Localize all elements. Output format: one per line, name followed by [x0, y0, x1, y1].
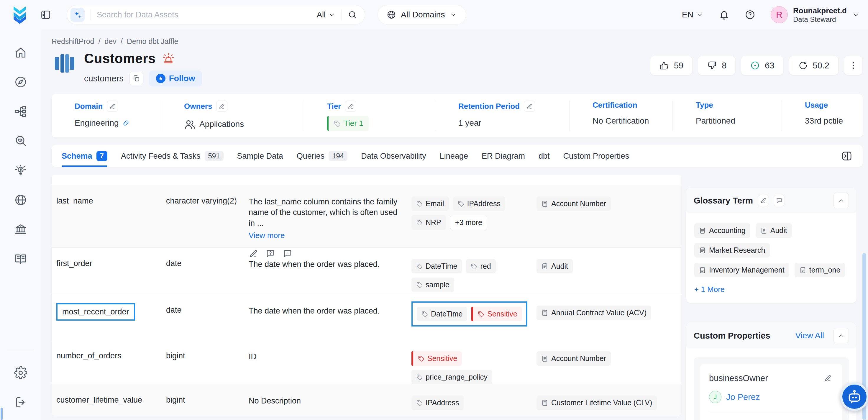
kebab-menu-icon [848, 60, 858, 70]
view-more-link[interactable]: View more [249, 231, 401, 240]
entity-name: customers [84, 74, 124, 84]
search-icon[interactable] [348, 10, 357, 20]
glossary-request-button[interactable] [774, 195, 785, 206]
view-all-link[interactable]: View All [795, 331, 824, 340]
more-actions-button[interactable] [844, 56, 863, 75]
tag-chip[interactable]: Email [411, 197, 449, 211]
glossary-term-chip[interactable]: Customer Lifetime Value (CLV) [536, 395, 657, 410]
breadcrumb-service[interactable]: RedshiftProd [52, 37, 94, 46]
tab-lineage[interactable]: Lineage [440, 145, 468, 167]
app-logo-icon[interactable] [11, 5, 29, 25]
collapse-panel-icon[interactable] [841, 150, 852, 162]
help-icon[interactable] [745, 9, 755, 20]
notifications-bell-icon[interactable] [719, 9, 730, 20]
tag-chip[interactable]: red [466, 259, 495, 273]
edit-retention-button[interactable] [524, 100, 535, 112]
sidebar-item-home[interactable] [14, 38, 27, 67]
breadcrumb-schema[interactable]: Demo dbt Jaffle [127, 37, 179, 46]
breadcrumb-database[interactable]: dev [104, 37, 116, 46]
edit-owners-button[interactable] [216, 100, 227, 112]
tag-chip[interactable]: IPAddress [411, 395, 464, 410]
glossary-card-title: Glossary Term [694, 196, 753, 206]
chatbot-button[interactable] [840, 383, 868, 411]
downvote-button[interactable]: 8 [698, 56, 736, 75]
tab-custom-properties[interactable]: Custom Properties [563, 145, 629, 167]
tier-badge[interactable]: Tier 1 [327, 116, 369, 131]
tab-data-observability[interactable]: Data Observability [361, 145, 426, 167]
ai-sparkle-icon[interactable] [70, 8, 85, 22]
glossary-term-chip[interactable]: Accounting [694, 223, 750, 238]
user-menu[interactable]: R Rounakpreet.d Data Steward [771, 6, 860, 24]
alert-siren-icon[interactable] [162, 52, 175, 65]
health-score-button[interactable]: 63 [741, 56, 783, 75]
owner-link[interactable]: Jo Perez [726, 392, 760, 402]
link-icon[interactable] [122, 119, 130, 127]
search-scope-dropdown[interactable]: All [317, 10, 336, 20]
glossary-term-chip[interactable]: Inventory Management [694, 263, 789, 277]
edit-domain-button[interactable] [107, 100, 118, 112]
tag-chip[interactable]: price_range_policy [411, 370, 492, 384]
collapse-glossary-button[interactable] [834, 193, 849, 208]
tab-sample-data[interactable]: Sample Data [237, 145, 283, 167]
table-row[interactable]: first_order date The date when the order… [52, 248, 681, 294]
sidebar-toggle-icon[interactable] [40, 9, 51, 20]
edit-tier-button[interactable] [345, 100, 356, 112]
copy-name-button[interactable] [129, 72, 143, 85]
sidebar-scrollbar[interactable] [1, 408, 3, 420]
tag-chip[interactable]: NRP [411, 215, 446, 230]
table-row[interactable]: last_name character varying(2) The last_… [52, 185, 681, 248]
tab-er-diagram[interactable]: ER Diagram [482, 145, 525, 167]
sidebar-item-glossary[interactable] [14, 244, 27, 274]
table-row[interactable]: customer_lifetime_value bigint No Descri… [52, 384, 681, 416]
tag-chip[interactable]: IPAddress [453, 197, 505, 211]
tab-dbt[interactable]: dbt [538, 145, 550, 167]
glossary-term-chip[interactable]: Account Number [536, 351, 611, 366]
tag-chip[interactable]: sample [411, 277, 454, 292]
table-row-selected[interactable]: most_recent_order date The date when the… [52, 294, 681, 340]
edit-glossary-button[interactable] [758, 195, 769, 206]
tag-chip[interactable]: DateTime [417, 307, 467, 321]
table-row[interactable]: number_of_orders bigint ID Sensitive pri… [52, 340, 681, 384]
sidebar-item-explore[interactable] [14, 67, 27, 97]
usage-score-button[interactable]: 50.2 [789, 56, 838, 75]
glossary-term-chip[interactable]: Audit [756, 223, 792, 238]
search-input[interactable] [97, 10, 317, 20]
sensitive-tag-chip[interactable]: Sensitive [471, 307, 522, 321]
glossary-more-link[interactable]: + 1 More [694, 285, 848, 294]
sidebar-item-settings[interactable] [14, 358, 27, 388]
glossary-term-chip[interactable]: term_one [795, 263, 845, 277]
sidebar-item-domains[interactable] [14, 185, 27, 215]
tab-schema[interactable]: Schema7 [62, 145, 107, 167]
user-avatar[interactable]: R [771, 6, 788, 23]
domain-value[interactable]: Engineering [74, 118, 119, 128]
follow-button[interactable]: ★ Follow [149, 70, 202, 86]
all-domains-button[interactable]: All Domains [377, 5, 466, 25]
more-tags-chip[interactable]: +3 more [450, 215, 487, 230]
sidebar-item-govern[interactable] [14, 215, 27, 244]
sidebar-item-insights[interactable] [14, 156, 27, 185]
owners-value[interactable]: Applications [199, 119, 244, 129]
glossary-term-chip[interactable]: Annual Contract Value (ACV) [536, 305, 651, 320]
column-name[interactable]: first_order [52, 248, 161, 298]
sidebar-item-lineage[interactable] [14, 97, 27, 126]
lightbulb-icon [14, 164, 27, 177]
column-name[interactable]: customer_lifetime_value [52, 384, 161, 416]
glossary-term-chip[interactable]: Account Number [536, 197, 611, 211]
sidebar-item-logout[interactable] [14, 388, 27, 417]
sensitive-tag-chip[interactable]: Sensitive [411, 351, 462, 366]
globe-icon [14, 193, 27, 206]
sidebar-item-observability[interactable] [14, 126, 27, 156]
tab-activity-feeds[interactable]: Activity Feeds & Tasks591 [121, 145, 223, 167]
glossary-term-chip[interactable]: Market Research [694, 243, 770, 258]
collapse-custom-properties-button[interactable] [834, 328, 849, 343]
column-name[interactable]: number_of_orders [52, 340, 161, 390]
global-search-bar[interactable]: All [67, 5, 365, 25]
tag-chip[interactable]: DateTime [411, 259, 462, 273]
glossary-term-chip[interactable]: Audit [536, 259, 573, 273]
language-selector[interactable]: EN [682, 10, 704, 20]
upvote-button[interactable]: 59 [650, 56, 692, 75]
edit-certified-button[interactable] [822, 419, 834, 420]
tab-queries[interactable]: Queries194 [297, 145, 348, 167]
edit-business-owner-button[interactable] [822, 372, 834, 384]
column-name-highlighted[interactable]: most_recent_order [56, 303, 135, 321]
